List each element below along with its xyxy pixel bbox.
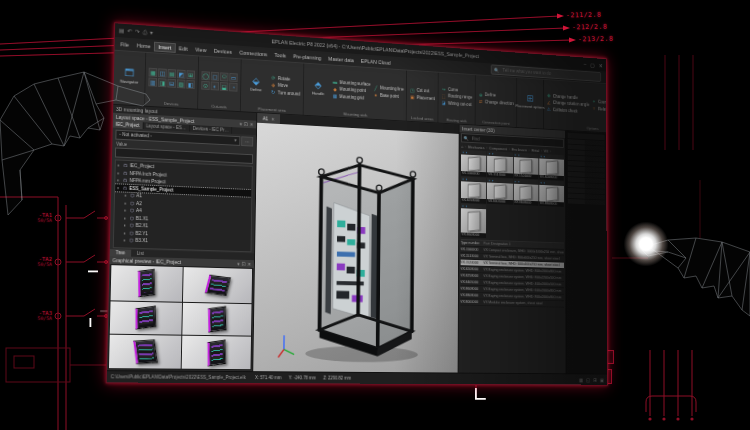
part-tile[interactable]: ✦✦ VX.8808000 xyxy=(539,180,564,207)
cutout-tool-icon[interactable]: ◯ xyxy=(201,71,210,80)
device-tool-icon[interactable]: ▤ xyxy=(168,69,177,78)
panel-header-icon[interactable]: ⊡ xyxy=(242,261,246,267)
panel-header-icon[interactable]: ▾ xyxy=(237,261,239,267)
device-tool-icon[interactable]: ▦ xyxy=(149,68,158,77)
cutout-tool-icon[interactable]: ▭ xyxy=(229,73,237,82)
preview-thumbnail[interactable] xyxy=(182,267,252,303)
ribbon-button[interactable]: ✥Move xyxy=(270,82,300,90)
3d-viewport[interactable] xyxy=(253,123,458,373)
part-tile[interactable]: ✦✦ VX.1513000 xyxy=(487,151,512,178)
status-icon[interactable]: ▦ xyxy=(579,377,583,383)
tree-expander-icon[interactable]: ▸ xyxy=(125,193,129,198)
property-row[interactable] xyxy=(568,199,605,205)
define-button[interactable]: ⬙ Define xyxy=(244,75,268,93)
device-tool-icon[interactable]: ▧ xyxy=(177,79,186,88)
window-control-icon[interactable]: ▢ xyxy=(590,61,595,68)
parts-table-row[interactable]: VX.8000000 VX Modular enclosure system, … xyxy=(460,299,563,308)
tree-expander-icon[interactable]: ▸ xyxy=(124,200,128,205)
preview-thumbnail[interactable] xyxy=(182,302,252,335)
ribbon-tab[interactable]: Devices xyxy=(210,46,236,55)
tree-expander-icon[interactable]: ▸ xyxy=(124,208,128,213)
panel-header-icon[interactable]: ✕ xyxy=(247,261,251,267)
selected-part-tile[interactable]: ✦✦ VX.8608000 xyxy=(461,204,486,238)
navigator-tab[interactable]: IEC_Project xyxy=(113,121,144,130)
cutout-tool-icon[interactable]: ◔ xyxy=(229,83,237,92)
breadcrumb-item[interactable]: ⌂ xyxy=(461,144,463,149)
device-tool-icon[interactable]: ⊞ xyxy=(186,70,195,79)
preview-thumbnail[interactable] xyxy=(109,335,181,369)
part-tile[interactable]: ✦✦ VX.1100000 xyxy=(461,150,487,177)
tree-expander-icon[interactable]: ▸ xyxy=(124,238,128,243)
filter-more-button[interactable]: … xyxy=(241,136,253,146)
placement-options-button[interactable]: ⊞ Placement options xyxy=(519,93,540,110)
panel-header-icon[interactable]: ▾ xyxy=(240,121,242,127)
tree-expander-icon[interactable]: ▾ xyxy=(117,185,121,190)
quick-access-icon[interactable]: ↷ xyxy=(135,25,140,39)
ribbon-button[interactable]: ◪Wiring cut-out xyxy=(441,100,472,107)
part-tile[interactable]: ✦✦ VX.8608000 xyxy=(513,179,538,206)
ribbon-button[interactable]: ●Base point xyxy=(373,92,404,100)
part-tile[interactable]: ✦✦ VX.1524000 xyxy=(513,152,538,179)
breadcrumb-item[interactable]: Mechanics xyxy=(468,145,485,150)
device-tool-icon[interactable]: ▥ xyxy=(148,77,157,86)
ribbon-tab[interactable]: Pre-planning xyxy=(290,52,325,62)
device-tool-icon[interactable]: ⊟ xyxy=(167,79,176,88)
quick-access-icon[interactable]: ↶ xyxy=(127,24,132,38)
navigator-tab[interactable]: Devices - IEC Pr… xyxy=(190,125,233,134)
part-tile[interactable]: ✦✦ VX.8258000 xyxy=(461,177,487,204)
tree-expander-icon[interactable]: ▸ xyxy=(124,223,128,228)
column-type-number[interactable]: Type number xyxy=(461,240,484,246)
preview-thumbnail[interactable] xyxy=(111,265,183,301)
ribbon-tab[interactable]: File xyxy=(117,40,133,49)
preview-thumbnail[interactable] xyxy=(181,336,251,369)
tree-expander-icon[interactable]: ▸ xyxy=(124,215,128,220)
cutout-tool-icon[interactable]: ▢ xyxy=(211,72,220,81)
panel-header-icon[interactable]: ⊡ xyxy=(244,121,248,127)
status-icon[interactable]: ▣ xyxy=(600,377,604,383)
ribbon-button[interactable]: ↻Turn around xyxy=(270,89,300,97)
navigator-button[interactable]: 🗔 Navigator xyxy=(117,67,142,85)
device-tool-icon[interactable]: ◧ xyxy=(186,80,195,89)
device-tool-icon[interactable]: ◫ xyxy=(158,68,167,77)
cutout-tool-icon[interactable]: ⬭ xyxy=(220,72,228,81)
cutout-tool-icon[interactable]: ◐ xyxy=(211,81,220,90)
ribbon-tab[interactable]: Home xyxy=(133,41,155,50)
ribbon-button[interactable]: ▣Placement xyxy=(410,94,435,101)
window-control-icon[interactable]: – xyxy=(584,61,587,67)
status-icon[interactable]: ◱ xyxy=(586,377,590,383)
ribbon-tab[interactable]: Master data xyxy=(325,54,358,64)
cutout-tool-icon[interactable]: ⬓ xyxy=(220,82,228,91)
ribbon-button[interactable]: ◳Cut out xyxy=(410,87,435,94)
breadcrumb-item[interactable]: VX xyxy=(544,149,549,154)
breadcrumb-item[interactable]: Enclosure xyxy=(512,147,527,152)
ribbon-button[interactable]: ⚠Collision check xyxy=(546,106,589,114)
status-icon[interactable]: ⊞ xyxy=(593,377,596,383)
panel-header-icon[interactable]: ✕ xyxy=(250,121,254,127)
tree-expander-icon[interactable]: ▸ xyxy=(118,163,122,168)
ribbon-tab[interactable]: Tools xyxy=(271,50,290,59)
quick-access-icon[interactable]: ⎙ xyxy=(142,25,147,39)
ribbon-tab[interactable]: Insert xyxy=(154,42,175,51)
tree-expander-icon[interactable]: ▸ xyxy=(117,178,121,183)
ribbon-tab[interactable]: Edit xyxy=(175,44,192,53)
close-icon[interactable]: ✕ xyxy=(271,116,275,121)
ribbon-button[interactable]: ⌗Relative coordinate input xyxy=(592,106,606,115)
handle-button[interactable]: ⬘ Handle xyxy=(306,79,329,97)
part-tile[interactable]: ✦✦ VX.8208000 xyxy=(539,154,564,181)
window-control-icon[interactable]: ✕ xyxy=(599,62,603,69)
tree-expander-icon[interactable]: ▸ xyxy=(124,230,128,235)
device-tool-icon[interactable]: ◨ xyxy=(158,78,167,87)
tree-expander-icon[interactable]: ▸ xyxy=(117,170,121,175)
ribbon-tab[interactable]: EPLAN Cloud xyxy=(357,56,394,66)
device-tool-icon[interactable]: ◩ xyxy=(177,70,186,79)
ribbon-tab[interactable]: View xyxy=(191,45,210,54)
navigator-tab[interactable]: Layout space - ES… xyxy=(143,122,190,131)
part-tile[interactable]: ✦✦ VX.8405000 xyxy=(487,178,512,205)
ribbon-button[interactable]: ⇄Change direction xyxy=(478,98,514,106)
quick-access-icon[interactable]: ▤ xyxy=(119,24,125,38)
cutout-tool-icon[interactable]: ⊙ xyxy=(201,81,210,90)
ribbon-tab[interactable]: Connections xyxy=(235,48,270,58)
breadcrumb-item[interactable]: Rittal xyxy=(531,148,539,153)
ribbon-button[interactable]: ▦Mounting grid xyxy=(332,93,370,101)
preview-thumbnail[interactable] xyxy=(110,301,182,335)
